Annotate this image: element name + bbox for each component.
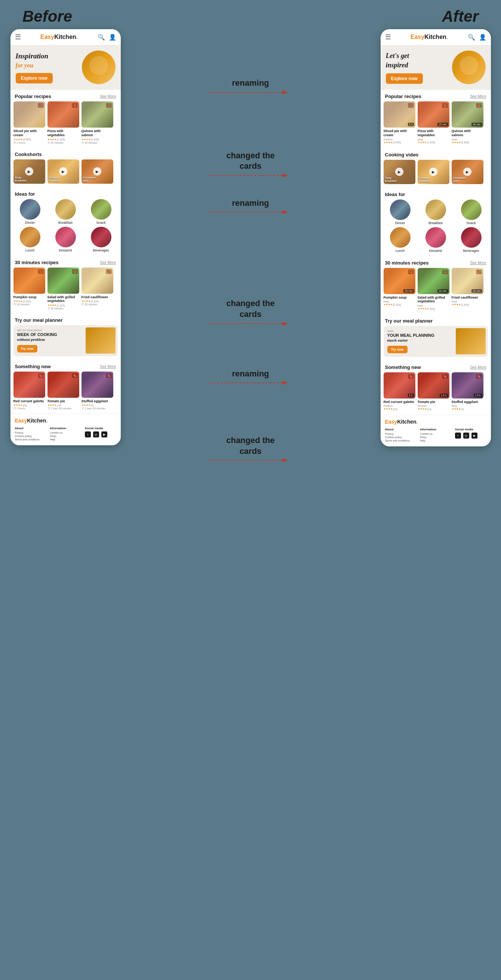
after-pie-diff: medium [384, 138, 415, 141]
after-idea-breakfast[interactable]: Breakfast [419, 199, 452, 225]
before-idea-breakfast[interactable]: Breakfast [49, 199, 82, 224]
before-pizza-bookmark[interactable]: 🔖 [72, 103, 78, 108]
before-tomatopie-title: Tomato pie [48, 399, 79, 403]
after-card-tomatopie: 🔖 1.5 h Tomato pie medium ★★★★(14) [418, 372, 449, 411]
before-min30-see-more[interactable]: See More [100, 261, 116, 264]
before-videos: ▶ Tastybreakfast ▶ Creamytortellini ▶ Ci… [11, 159, 121, 188]
arrow4 [209, 320, 292, 328]
before-play-tortellini[interactable]: ▶ [59, 167, 67, 175]
before-popular-header: Popular recipes See More [11, 90, 121, 102]
after-hero-image [452, 51, 486, 84]
after-min30-see-more[interactable]: See More [470, 261, 486, 265]
after-instagram-icon[interactable]: ◎ [463, 433, 469, 439]
after-new-see-more[interactable]: See More [470, 365, 486, 369]
after-trynow-btn[interactable]: Try now [387, 346, 407, 353]
before-video-tortellini[interactable]: ▶ Creamytortellini [48, 159, 79, 184]
before-video-label-breakfast: Tastybreakfast [15, 176, 27, 182]
after-facebook-icon[interactable]: f [455, 433, 461, 439]
after-video-breakfast[interactable]: ▶ Tastybreakfast [384, 160, 415, 184]
before-cookshorts-title: Cookshorts [15, 151, 42, 157]
arrow2 [209, 172, 292, 179]
after-video-tortellini[interactable]: ▶ Creamytortellini [418, 160, 449, 184]
before-card-pumpkin: 🔖 Pumpkin soup ★★★★(2,325) ⏱ 30 minutes [13, 267, 45, 310]
before-card-quinoa: 🔖 Quinoa with salmon ★★★★(2,638) ⏱ 30 mi… [81, 102, 113, 144]
svg-marker-11 [282, 458, 288, 462]
after-video-cinnamon[interactable]: ▶ Cinnamonrolls [452, 160, 484, 184]
before-pie-bookmark[interactable]: 🔖 [38, 103, 44, 108]
after-pizza-diff: easy [418, 138, 449, 141]
before-ideas-title: Ideas for [15, 191, 35, 197]
after-youtube-icon[interactable]: ▶ [471, 433, 477, 439]
after-dinner-img [390, 199, 411, 220]
after-mealplan-subtitle: make [387, 330, 456, 332]
before-explore-btn[interactable]: Explore now [16, 73, 53, 83]
after-idea-snack[interactable]: Snack [455, 199, 488, 225]
after-idea-dinner[interactable]: Dinner [384, 199, 417, 225]
after-explore-btn[interactable]: Explore now [386, 73, 423, 84]
before-idea-snack[interactable]: Snack [84, 199, 118, 224]
after-menu-icon[interactable]: ☰ [385, 33, 391, 41]
before-min30-cards: 🔖 Pumpkin soup ★★★★(2,325) ⏱ 30 minutes … [11, 267, 121, 314]
after-logo: EasyKitchen. [391, 34, 468, 40]
after-beverages-img [461, 227, 482, 248]
before-mealplan-main-title: WEEK OF COOKING without problem [17, 332, 86, 342]
before-breakfastc-label: Breakfast [58, 221, 73, 224]
after-idea-desserts[interactable]: Desserts [419, 227, 452, 253]
after-quinoa-diff: easy [452, 138, 484, 141]
before-search-icon[interactable]: 🔍 [98, 34, 105, 41]
arrow3 [209, 208, 292, 216]
before-menu-icon[interactable]: ☰ [15, 33, 21, 41]
before-mealplan-title: Try our meal planner [15, 317, 63, 323]
before-user-icon[interactable]: 👤 [109, 34, 116, 41]
after-play-cinnamon[interactable]: ▶ [463, 168, 471, 176]
before-tomatopie-img: 🔖 [48, 372, 79, 398]
before-pumpkin-img: 🔖 [13, 267, 45, 294]
annotation-changed1: changed thecards [226, 150, 275, 172]
before-play-breakfast[interactable]: ▶ [25, 167, 33, 175]
after-play-tortellini[interactable]: ▶ [429, 168, 438, 176]
before-mealplan-img [86, 328, 116, 353]
after-cauliflower-title: Fried cauliflower [452, 296, 484, 300]
after-popular-header: Popular recipes See More [381, 90, 491, 102]
before-popular-cards: 🔖 Sliced pie with cream ★★★★(3,565) ⏱ 2 … [11, 102, 121, 148]
before-card-galette: 🔖 Red currant galette ★★★★(23) ⏱ 2 hours [13, 372, 45, 410]
before-new-title: Something new [15, 364, 51, 369]
before-idea-beverages[interactable]: Beverages [84, 227, 118, 252]
before-galette-title: Red currant galette [13, 399, 45, 403]
before-facebook-icon[interactable]: f [85, 431, 91, 438]
before-meal-planner: with our meal planner WEEK OF COOKING wi… [13, 325, 118, 356]
before-idea-desserts[interactable]: Desserts [49, 227, 82, 252]
after-search-icon[interactable]: 🔍 [468, 34, 475, 41]
after-idea-lunch[interactable]: Lunch [384, 227, 417, 253]
before-youtube-icon[interactable]: ▶ [101, 431, 107, 438]
before-trynow-btn[interactable]: Try now [17, 345, 37, 353]
before-video-breakfast[interactable]: ▶ Tastybreakfast [13, 159, 45, 184]
before-instagram-icon[interactable]: ◎ [93, 431, 99, 438]
before-pumpkin-title: Pumpkin soup [13, 295, 45, 299]
before-popular-see-more[interactable]: See More [100, 94, 116, 99]
before-video-label-tortellini: Creamytortellini [49, 176, 59, 182]
after-videos: ▶ Tastybreakfast ▶ Creamytortellini ▶ Ci… [381, 160, 491, 188]
after-popular-see-more[interactable]: See More [470, 94, 486, 99]
after-popular-cards: 🔖 2 h Sliced pie with cream medium ★★★★(… [381, 102, 491, 148]
after-user-icon[interactable]: 👤 [479, 34, 487, 41]
after-salad-img: 🔖 30 min [418, 268, 449, 294]
before-play-cinnamon[interactable]: ▶ [93, 167, 101, 175]
before-snack-label: Snack [96, 221, 105, 224]
before-quinoa-bookmark[interactable]: 🔖 [106, 103, 112, 108]
before-salad-img: 🔖 [48, 267, 79, 294]
before-video-cinnamon[interactable]: ▶ Cinnamonrolls [81, 159, 113, 184]
after-pie-img: 🔖 2 h [384, 102, 415, 127]
before-idea-lunch[interactable]: Lunch [13, 227, 47, 252]
after-dinner-label: Dinner [395, 221, 405, 225]
annotation-renaming1: renaming [232, 78, 269, 89]
after-pizza-img: 🔖 25 min [418, 102, 449, 127]
before-logo: EasyKitchen. [21, 34, 98, 40]
before-new-see-more[interactable]: See More [100, 364, 116, 369]
before-idea-dinner[interactable]: Dinner [13, 199, 47, 224]
after-card-pie: 🔖 2 h Sliced pie with cream medium ★★★★(… [384, 102, 415, 145]
after-play-breakfast[interactable]: ▶ [395, 168, 403, 176]
after-idea-beverages[interactable]: Beverages [455, 227, 488, 253]
before-pie-title: Sliced pie with cream [13, 129, 45, 137]
after-tomatopie-title: Tomato pie [418, 400, 449, 404]
